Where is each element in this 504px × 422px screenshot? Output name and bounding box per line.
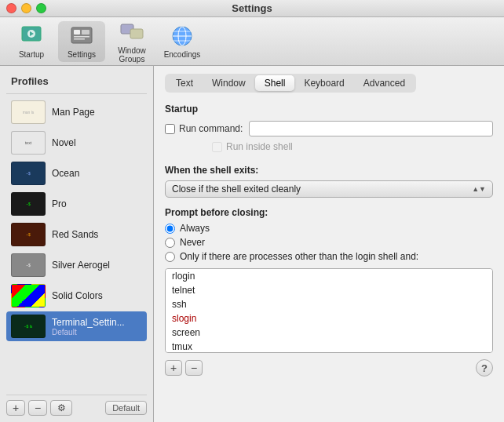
profile-item-solid-colors[interactable]: Solid Colors xyxy=(6,281,147,311)
run-inside-shell-label: Run inside shell xyxy=(212,141,293,152)
close-button[interactable] xyxy=(6,3,16,13)
run-inside-shell-text: Run inside shell xyxy=(226,141,293,152)
svg-rect-7 xyxy=(82,30,89,35)
process-list: rlogin telnet ssh slogin screen tmux xyxy=(165,268,493,353)
process-item-ssh[interactable]: ssh xyxy=(166,297,492,311)
profile-thumb-red-sands: ~$ xyxy=(11,223,46,246)
toolbar: Startup Settings Window Groups xyxy=(0,17,504,66)
profile-item-man-page[interactable]: man ls Man Page xyxy=(6,97,147,127)
titlebar: Settings xyxy=(0,0,504,17)
profile-thumb-ocean: ~$ xyxy=(11,162,46,185)
always-label: Always xyxy=(180,223,210,234)
toolbar-startup[interactable]: Startup xyxy=(8,21,55,62)
window-title: Settings xyxy=(232,2,272,14)
startup-section-title: Startup xyxy=(165,104,493,115)
profile-name-silver-aerogel: Silver Aerogel xyxy=(52,260,110,271)
run-command-input[interactable] xyxy=(249,121,493,136)
process-item-tmux[interactable]: tmux xyxy=(166,340,492,353)
run-command-label: Run command: xyxy=(179,123,243,134)
add-profile-button[interactable]: + xyxy=(6,400,25,416)
sidebar-header: Profiles xyxy=(6,72,147,94)
profile-list: man ls Man Page text Novel ~$ xyxy=(6,97,147,395)
profile-item-red-sands[interactable]: ~$ Red Sands xyxy=(6,220,147,249)
svg-rect-9 xyxy=(130,29,143,38)
toolbar-window-groups-label: Window Groups xyxy=(111,46,152,64)
help-button[interactable]: ? xyxy=(476,359,493,377)
prompt-radio-group: Always Never Only if there are processes… xyxy=(165,223,493,262)
window-groups-icon xyxy=(119,20,144,45)
startup-icon xyxy=(19,24,44,49)
tab-advanced[interactable]: Advanced xyxy=(354,75,415,91)
only-if-radio-row: Only if there are processes other than t… xyxy=(165,251,493,262)
svg-rect-3 xyxy=(71,27,92,43)
shell-exit-dropdown-value: Close if the shell exited cleanly xyxy=(172,184,301,195)
profile-item-silver-aerogel[interactable]: ~$ Silver Aerogel xyxy=(6,250,147,280)
toolbar-encodings-label: Encodings xyxy=(164,50,201,59)
process-item-telnet[interactable]: telnet xyxy=(166,283,492,297)
tab-window[interactable]: Window xyxy=(203,75,255,91)
profile-item-novel[interactable]: text Novel xyxy=(6,128,147,158)
remove-profile-button[interactable]: − xyxy=(28,400,47,416)
svg-rect-6 xyxy=(74,38,85,40)
profile-item-ocean[interactable]: ~$ Ocean xyxy=(6,158,147,188)
always-radio-row: Always xyxy=(165,223,493,234)
tab-text[interactable]: Text xyxy=(166,75,203,91)
profile-thumb-terminal-settings: ~$ ls xyxy=(11,315,46,338)
run-inside-shell-row: Run inside shell xyxy=(165,141,493,152)
tab-shell[interactable]: Shell xyxy=(255,75,295,91)
profile-name-solid-colors: Solid Colors xyxy=(52,290,103,301)
minimize-button[interactable] xyxy=(21,3,31,13)
profile-thumb-pro: ~$ xyxy=(11,192,46,216)
profile-name-red-sands: Red Sands xyxy=(52,229,98,240)
prompt-closing-title: Prompt before closing: xyxy=(165,207,493,218)
titlebar-buttons xyxy=(6,3,46,13)
encodings-icon xyxy=(170,24,195,49)
toolbar-settings[interactable]: Settings xyxy=(58,21,105,62)
always-radio[interactable] xyxy=(165,224,175,234)
when-shell-exits-title: When the shell exits: xyxy=(165,165,493,176)
profile-item-pro[interactable]: ~$ Pro xyxy=(6,189,147,219)
toolbar-window-groups[interactable]: Window Groups xyxy=(108,21,155,62)
run-command-row: Run command: xyxy=(165,121,493,136)
shell-exit-dropdown[interactable]: Close if the shell exited cleanly ▲▼ xyxy=(165,180,493,198)
tab-bar: Text Window Shell Keyboard Advanced xyxy=(165,74,416,93)
profile-name-terminal-settings: Terminal_Settin... xyxy=(52,317,125,328)
sidebar: Profiles man ls Man Page text Novel xyxy=(0,66,154,422)
process-item-screen[interactable]: screen xyxy=(166,326,492,340)
never-radio-row: Never xyxy=(165,237,493,248)
maximize-button[interactable] xyxy=(36,3,46,13)
only-if-radio[interactable] xyxy=(165,252,175,262)
default-button[interactable]: Default xyxy=(105,401,147,415)
main-area: Profiles man ls Man Page text Novel xyxy=(0,66,504,422)
profile-name-man-page: Man Page xyxy=(52,107,95,118)
gear-button[interactable]: ⚙ xyxy=(50,400,72,416)
list-footer: + − ? xyxy=(165,359,493,377)
profile-name-novel: Novel xyxy=(52,137,76,148)
svg-rect-4 xyxy=(74,30,80,35)
add-process-button[interactable]: + xyxy=(165,360,182,376)
profile-name-pro: Pro xyxy=(52,198,67,209)
run-command-checkbox-label[interactable]: Run command: xyxy=(165,123,243,134)
toolbar-startup-label: Startup xyxy=(19,50,44,59)
never-label: Never xyxy=(180,237,205,248)
tab-keyboard[interactable]: Keyboard xyxy=(294,75,353,91)
profile-thumb-man-page: man ls xyxy=(11,100,46,124)
process-item-slogin[interactable]: slogin xyxy=(166,311,492,326)
profile-name-ocean: Ocean xyxy=(52,168,79,179)
remove-process-button[interactable]: − xyxy=(185,360,203,376)
profile-thumb-novel: text xyxy=(11,131,46,155)
run-command-checkbox[interactable] xyxy=(165,124,175,134)
profile-sub-terminal-settings: Default xyxy=(52,328,125,337)
profile-item-terminal-settings[interactable]: ~$ ls Terminal_Settin... Default xyxy=(6,311,147,341)
process-item-rlogin[interactable]: rlogin xyxy=(166,269,492,283)
toolbar-encodings[interactable]: Encodings xyxy=(159,21,206,62)
only-if-label: Only if there are processes other than t… xyxy=(180,251,418,262)
detail-panel: Text Window Shell Keyboard Advanced Star… xyxy=(154,66,504,422)
never-radio[interactable] xyxy=(165,238,175,248)
list-footer-buttons: + − xyxy=(165,360,203,376)
sidebar-footer: + − ⚙ Default xyxy=(6,395,147,416)
svg-rect-5 xyxy=(74,36,89,38)
settings-icon xyxy=(69,24,94,49)
toolbar-settings-label: Settings xyxy=(68,50,96,59)
profile-thumb-silver-aerogel: ~$ xyxy=(11,253,46,277)
